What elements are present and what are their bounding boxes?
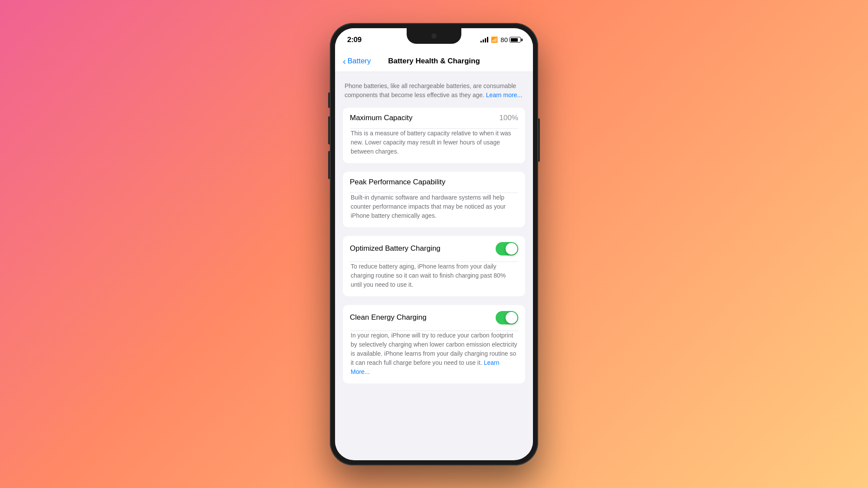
content-area: Phone batteries, like all rechargeable b… bbox=[335, 72, 533, 454]
notch bbox=[407, 28, 461, 44]
nav-bar: ‹ Battery Battery Health & Charging bbox=[335, 52, 533, 72]
optimized-charging-label: Optimized Battery Charging bbox=[350, 244, 441, 253]
toggle-knob bbox=[506, 243, 517, 255]
status-time: 2:09 bbox=[347, 36, 362, 44]
peak-performance-description: Built-in dynamic software and hardware s… bbox=[343, 193, 525, 227]
optimized-charging-row: Optimized Battery Charging bbox=[343, 236, 525, 262]
back-chevron-icon: ‹ bbox=[343, 57, 346, 66]
battery-icon bbox=[510, 37, 521, 43]
battery-fill bbox=[511, 38, 518, 42]
intro-description: Phone batteries, like all rechargeable b… bbox=[343, 82, 525, 100]
clean-energy-toggle[interactable] bbox=[496, 311, 518, 324]
section-gap2 bbox=[343, 231, 525, 236]
battery-status: 80 bbox=[500, 36, 521, 43]
clean-energy-description: In your region, iPhone will try to reduc… bbox=[343, 331, 525, 383]
wifi-icon: 📶 bbox=[491, 36, 498, 43]
section-gap3 bbox=[343, 300, 525, 305]
volume-up-button bbox=[328, 116, 330, 144]
back-label: Battery bbox=[348, 57, 371, 66]
clean-energy-label: Clean Energy Charging bbox=[350, 313, 427, 322]
battery-percent: 80 bbox=[500, 36, 508, 43]
peak-performance-row: Peak Performance Capability bbox=[343, 172, 525, 193]
max-capacity-card: Maximum Capacity 100% This is a measure … bbox=[343, 108, 525, 163]
optimized-charging-card: Optimized Battery Charging To reduce bat… bbox=[343, 236, 525, 296]
max-capacity-value: 100% bbox=[500, 114, 518, 122]
mute-button bbox=[328, 92, 330, 108]
phone-frame: 2:09 📶 80 bbox=[330, 23, 538, 465]
max-capacity-label: Maximum Capacity bbox=[350, 114, 413, 122]
volume-down-button bbox=[328, 151, 330, 179]
status-icons: 📶 80 bbox=[480, 36, 521, 43]
back-button[interactable]: ‹ Battery bbox=[343, 57, 371, 66]
section-gap bbox=[343, 167, 525, 172]
peak-performance-label: Peak Performance Capability bbox=[350, 178, 445, 187]
signal-icon bbox=[480, 37, 488, 43]
power-button bbox=[538, 118, 540, 162]
clean-energy-row: Clean Energy Charging bbox=[343, 305, 525, 331]
max-capacity-row: Maximum Capacity 100% bbox=[343, 108, 525, 128]
clean-energy-card: Clean Energy Charging In your region, iP… bbox=[343, 305, 525, 383]
peak-performance-card: Peak Performance Capability Built-in dyn… bbox=[343, 172, 525, 227]
learn-more-link[interactable]: Learn more... bbox=[486, 92, 522, 98]
status-bar: 2:09 📶 80 bbox=[335, 28, 533, 52]
toggle-knob2 bbox=[506, 312, 517, 324]
page-title: Battery Health & Charging bbox=[388, 57, 480, 66]
max-capacity-description: This is a measure of battery capacity re… bbox=[343, 129, 525, 163]
optimized-charging-description: To reduce battery aging, iPhone learns f… bbox=[343, 262, 525, 296]
camera-dot bbox=[431, 33, 437, 39]
phone-screen: 2:09 📶 80 bbox=[335, 28, 533, 460]
optimized-charging-toggle[interactable] bbox=[496, 242, 518, 255]
